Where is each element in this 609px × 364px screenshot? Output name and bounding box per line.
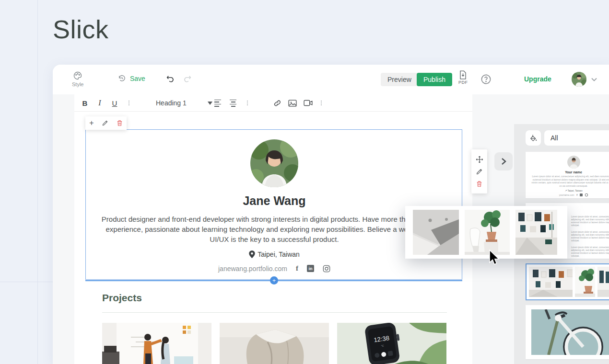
bicycle-image	[531, 309, 609, 355]
underline-button[interactable]: U	[110, 94, 119, 112]
facebook-icon[interactable]: f	[296, 264, 298, 273]
profile-bio: Product designer and front-end developer…	[96, 214, 453, 244]
block-toolbar: +	[85, 116, 127, 130]
bold-button[interactable]: B	[80, 94, 90, 112]
project-image-whiteboard[interactable]	[102, 323, 211, 364]
background-guide-horizontal	[0, 282, 53, 282]
work-paragraphs: Lorem ipsum dolor sit amet, consectetuer…	[571, 216, 609, 262]
linkedin-icon	[580, 193, 583, 196]
save-button[interactable]: Save	[118, 74, 145, 82]
collapse-sidebar-button[interactable]	[494, 152, 513, 171]
profile-location: Taipei, Taiwan	[258, 250, 300, 258]
account-menu-chevron-icon[interactable]	[591, 77, 597, 82]
save-label: Save	[130, 75, 145, 82]
location-pin-icon: 📍︎	[564, 189, 567, 192]
add-section-button[interactable]: +	[270, 276, 278, 284]
edit-section-button[interactable]	[476, 168, 483, 175]
block-side-toolbar	[471, 149, 487, 193]
text-format-toolbar: B I U Heading 1	[74, 94, 472, 112]
more-align-options-button[interactable]	[243, 94, 252, 112]
export-pdf-button[interactable]: PDF	[458, 70, 468, 85]
style-fill-button[interactable]	[526, 130, 541, 146]
align-left-icon	[214, 100, 221, 107]
align-center-icon	[230, 100, 236, 107]
facebook-icon: f	[577, 194, 578, 196]
projects-divider	[102, 312, 447, 313]
add-block-button[interactable]: +	[89, 119, 94, 127]
svg-text:°C: °C	[381, 344, 384, 348]
insert-video-button[interactable]	[303, 94, 313, 112]
align-center-button[interactable]	[228, 94, 238, 112]
chevron-right-icon	[501, 158, 506, 165]
pdf-label: PDF	[458, 80, 468, 85]
mouse-cursor	[488, 250, 501, 266]
top-toolbar: Style Save Preview	[53, 65, 609, 94]
preview-button[interactable]: Preview	[381, 73, 418, 86]
pencil-icon	[476, 168, 483, 175]
project-image-smartwatch[interactable]: 12:38 °C	[337, 323, 446, 364]
trash-icon	[476, 181, 482, 187]
paint-bucket-icon	[529, 134, 538, 142]
instagram-icon[interactable]	[323, 265, 330, 273]
template-filter-value: All	[550, 134, 558, 142]
instagram-icon	[585, 193, 588, 196]
profile-photo[interactable]	[250, 139, 298, 187]
style-label: Style	[72, 81, 83, 87]
delete-section-button[interactable]	[476, 181, 482, 187]
kebab-icon	[129, 101, 129, 105]
more-text-options-button[interactable]	[125, 94, 133, 112]
template-filter-dropdown[interactable]: All	[544, 130, 609, 146]
help-button[interactable]	[480, 74, 492, 85]
location-pin-icon	[249, 250, 255, 258]
upgrade-link[interactable]: Upgrade	[524, 75, 551, 83]
link-icon	[273, 99, 281, 107]
template-links-row: yourname.com f	[526, 193, 609, 196]
pencil-icon	[102, 120, 108, 126]
insert-link-button[interactable]	[272, 94, 282, 112]
screen: Slick Style Save	[0, 0, 609, 364]
image-icon	[288, 100, 297, 107]
template-card-gallery-selected[interactable]	[526, 263, 609, 300]
template-bio: Lorem ipsum dolor sit amet, consectetuer…	[530, 175, 609, 188]
drag-photo-architecture	[413, 210, 459, 255]
italic-button[interactable]: I	[95, 94, 105, 112]
kebab-icon	[321, 101, 322, 105]
heading-style-dropdown[interactable]: Heading 1	[156, 94, 212, 112]
style-button[interactable]: Style	[72, 71, 83, 87]
linkedin-icon[interactable]: in	[307, 265, 314, 272]
video-icon	[304, 100, 313, 106]
app-logo: Slick	[53, 14, 109, 44]
more-insert-options-button[interactable]	[317, 94, 326, 112]
template-avatar	[567, 156, 580, 169]
profile-website-link[interactable]: janewang.portfolio.com	[218, 265, 287, 273]
history-icon	[118, 74, 126, 82]
palette-icon	[73, 71, 82, 80]
align-left-button[interactable]	[213, 94, 223, 112]
template-name: Your name	[526, 171, 609, 174]
dropdown-caret-icon	[208, 102, 212, 105]
move-icon	[476, 156, 483, 163]
template-location: 📍︎ Taipei, Taiwan	[526, 189, 609, 192]
edit-block-button[interactable]	[102, 120, 108, 126]
drag-photo-chair-plant	[465, 210, 510, 255]
drag-preview-gallery[interactable]	[405, 206, 567, 259]
delete-block-button[interactable]	[117, 120, 123, 126]
template-card-profile[interactable]: Your name Lorem ipsum dolor sit amet, co…	[526, 152, 609, 198]
project-image-ceramic[interactable]	[220, 323, 329, 364]
insert-image-button[interactable]	[287, 94, 298, 112]
gallery-thumb-posters	[597, 267, 609, 297]
template-card-image-bicycle[interactable]	[526, 305, 609, 359]
account-avatar[interactable]	[572, 72, 586, 87]
move-block-handle[interactable]	[476, 156, 483, 163]
publish-button[interactable]: Publish	[417, 73, 452, 86]
undo-button[interactable]	[166, 74, 175, 83]
redo-button[interactable]	[183, 74, 192, 83]
pdf-file-icon	[459, 70, 467, 80]
projects-heading: Projects	[102, 292, 142, 304]
drag-photo-gallery-wall	[515, 210, 557, 255]
trash-icon	[117, 120, 123, 126]
kebab-icon	[247, 101, 248, 105]
gallery-thumb-wall	[529, 267, 573, 297]
heading-style-value: Heading 1	[156, 99, 187, 107]
background-guide-vertical	[37, 0, 38, 364]
